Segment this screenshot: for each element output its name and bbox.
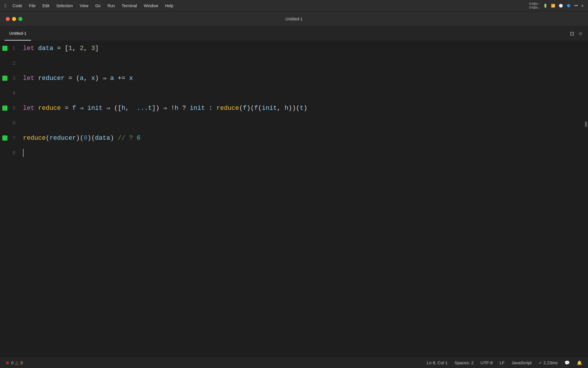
breakpoint-5[interactable] [2, 106, 7, 111]
menu-terminal[interactable]: Terminal [119, 2, 140, 9]
finder-icon: 🔷 [566, 4, 571, 8]
paren-close-5: ) [156, 105, 159, 112]
paren-r3: ( [258, 105, 262, 112]
gutter-row-5: 5 [0, 101, 17, 116]
menu-help[interactable]: Help [162, 2, 176, 9]
menu-selection[interactable]: Selection [53, 2, 76, 9]
var-init-5b: init [262, 105, 277, 112]
bracket-close-1: ] [95, 45, 99, 52]
close-button[interactable] [6, 17, 10, 21]
arrow-5a: ⇒ [80, 104, 84, 112]
cursor-position[interactable]: Ln 8, Col 1 [427, 360, 448, 365]
param-init: init [88, 105, 103, 112]
error-count: 0 [11, 360, 13, 365]
gutter-row-8: 8 [0, 145, 17, 160]
paren-r2: )( [247, 105, 254, 112]
space-5g [129, 105, 137, 112]
code-line-1: let data = [ 1 , 2 , 3 ] [23, 41, 584, 56]
space-1d [87, 45, 91, 52]
tab-untitled1[interactable]: Untitled-1 [5, 26, 31, 41]
param-a: a [80, 75, 84, 82]
dot-menu-icon[interactable] [579, 32, 582, 35]
tab-bar: Untitled-1 ⊡ [0, 26, 588, 41]
space-5b: = [61, 105, 72, 112]
space-1a [34, 45, 38, 52]
menu-edit[interactable]: Edit [40, 2, 52, 9]
notification-icon[interactable]: 🔔 [577, 360, 582, 365]
network-down: 0 KB/s ↓ [529, 6, 540, 9]
arrow-3: ⇒ [102, 74, 106, 82]
space-5i: ! [167, 105, 175, 112]
breakpoint-7[interactable] [2, 135, 7, 141]
breakpoint-1[interactable] [2, 46, 7, 51]
space-5h [159, 105, 163, 112]
split-view-icon[interactable]: ⊡ [570, 30, 574, 37]
param-h: h [121, 105, 125, 112]
breakpoint-3[interactable] [2, 76, 7, 81]
language-mode[interactable]: JavaScript [512, 360, 532, 365]
maximize-button[interactable] [18, 17, 22, 21]
code-line-8 [23, 145, 584, 160]
space-5j: ? [178, 105, 190, 112]
paren-close-3: ) [95, 75, 99, 82]
scrollbar-track[interactable] [584, 41, 588, 357]
space-5a [34, 105, 38, 112]
line-ending[interactable]: LF [500, 360, 505, 365]
menu-bar:  Code File Edit Selection View Go Run T… [0, 0, 588, 12]
paren-7c: )( [87, 135, 95, 142]
gutter-row-1: 1 [0, 41, 17, 56]
menu-run[interactable]: Run [105, 2, 118, 9]
var-f-5b: f [254, 105, 258, 112]
keyword-let-1: let [23, 45, 34, 52]
var-h-5: h [175, 105, 178, 112]
line-number-3: 3 [9, 75, 17, 81]
bracket-open-1: [ [65, 45, 68, 52]
file-encoding[interactable]: UTF-8 [481, 360, 493, 365]
param-x: x [91, 75, 95, 82]
feedback-icon[interactable]: 💬 [564, 360, 570, 365]
paren-open-5: ( [114, 105, 118, 112]
line-number-1: 1 [9, 45, 17, 51]
window-title: Untitled-1 [285, 17, 303, 21]
scrollbar-thumb[interactable] [585, 121, 587, 127]
space-3b: = [65, 75, 76, 82]
code-line-7: reduce ( reducer )( 0 )( data ) // ? 6 [23, 131, 584, 145]
more-icon[interactable]: ••• [574, 4, 578, 8]
cursor-8 [23, 149, 24, 157]
menu-window[interactable]: Window [141, 2, 161, 9]
space-5e [102, 105, 106, 112]
spread-5: ... [137, 105, 148, 112]
gutter-row-6: 6 [0, 116, 17, 131]
error-icon: ⊗ [6, 360, 9, 365]
code-editor[interactable]: let data = [ 1 , 2 , 3 ] let reducer = (… [17, 41, 584, 357]
menu-view[interactable]: View [77, 2, 91, 9]
space-5c [76, 105, 80, 112]
space-3f: += [114, 75, 129, 82]
fn-reduce-7: reduce [23, 135, 46, 142]
bracket-close-5: ] [152, 105, 156, 112]
line-number-8: 8 [9, 150, 17, 156]
space-7a [114, 135, 118, 142]
minimize-button[interactable] [12, 17, 16, 21]
var-f-5a: f [243, 105, 247, 112]
title-bar: Untitled-1 [0, 12, 588, 26]
apple-menu[interactable]:  [5, 3, 6, 8]
var-h-5b: h [285, 105, 288, 112]
var-data: data [38, 45, 53, 52]
comma-3: , [84, 75, 87, 82]
traffic-lights [6, 17, 22, 21]
comma-5b: , [277, 105, 281, 112]
status-left: ⊗ 0 △ 0 [6, 360, 23, 365]
code-line-2 [23, 56, 584, 71]
menu-file[interactable]: File [26, 2, 38, 9]
space-1c [76, 45, 80, 52]
space-1b: = [53, 45, 65, 52]
menubar-right-icons: 0 KB/s ↑ 0 KB/s ↓ 🔋 📶 🕐 🔷 ••• ≡ [529, 2, 583, 9]
paren-open-3: ( [76, 75, 80, 82]
space-5l [281, 105, 285, 112]
indent-spaces[interactable]: Spaces: 2 [454, 360, 474, 365]
menu-go[interactable]: Go [92, 2, 104, 9]
timing-info: ✓ 2.23ms [539, 360, 558, 365]
menu-code[interactable]: Code [10, 2, 25, 9]
list-icon[interactable]: ≡ [581, 4, 583, 8]
